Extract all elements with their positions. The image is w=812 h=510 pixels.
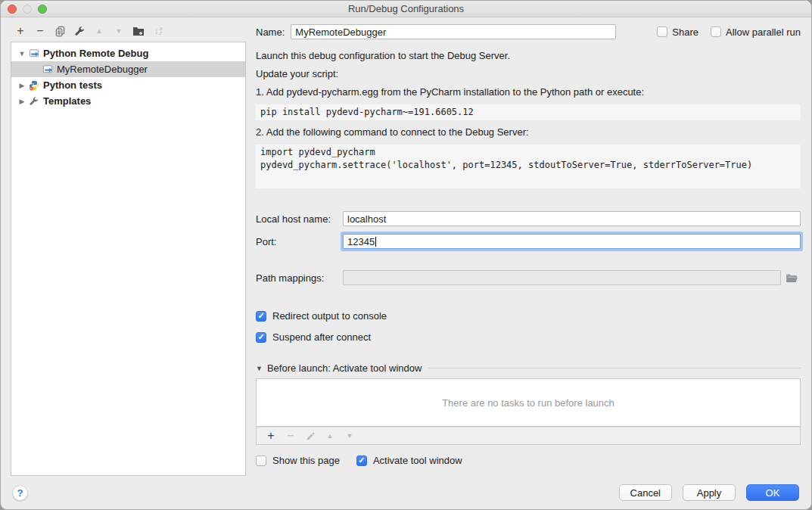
- path-mappings-row: Path mappings:: [256, 270, 801, 285]
- port-label: Port:: [256, 236, 343, 247]
- close-window-button[interactable]: [8, 5, 17, 14]
- tree-item-label: MyRemoteDebugger: [57, 64, 148, 75]
- python-tests-icon: [28, 79, 40, 91]
- suspend-after-connect-row[interactable]: ✓ Suspend after connect: [256, 331, 801, 343]
- dialog-buttons: Cancel Apply OK: [619, 484, 799, 501]
- name-row: Name: ✓ Share ✓ Allow parallel run: [256, 23, 801, 40]
- instructions: Launch this debug configuration to start…: [256, 50, 801, 188]
- add-task-button[interactable]: +: [261, 428, 281, 443]
- suspend-after-connect-label: Suspend after connect: [272, 331, 371, 343]
- port-value: 12345: [347, 236, 375, 247]
- configuration-editor: Name: ✓ Share ✓ Allow parallel run Lau: [256, 23, 801, 466]
- page-options-row: ✓ Show this page ✓ Activate tool window: [256, 455, 801, 466]
- apply-button[interactable]: Apply: [683, 484, 736, 501]
- name-label: Name:: [256, 26, 285, 38]
- code-line: pydevd_pycharm.settrace('localhost', por…: [260, 159, 796, 172]
- check-icon: ✓: [358, 456, 365, 465]
- new-folder-icon[interactable]: [129, 23, 148, 39]
- configurations-toolbar: + − ▲ ▼ ↓ az: [11, 22, 168, 40]
- share-checkbox-group[interactable]: ✓ Share: [657, 26, 698, 38]
- instruction-step-2: 2. Add the following command to connect …: [256, 126, 801, 138]
- expand-triangle-icon[interactable]: ▼: [256, 365, 263, 372]
- add-configuration-button[interactable]: +: [11, 23, 30, 39]
- show-this-page-checkbox[interactable]: ✓: [256, 456, 266, 466]
- redirect-output-label: Redirect output to console: [272, 310, 387, 322]
- sort-configurations-icon: ↓ az: [148, 23, 168, 39]
- allow-parallel-run-checkbox[interactable]: ✓: [711, 26, 721, 37]
- path-mappings-label: Path mappings:: [256, 272, 343, 284]
- divider: [428, 368, 801, 369]
- ok-button[interactable]: OK: [746, 484, 799, 501]
- instruction-line: Launch this debug configuration to start…: [256, 50, 801, 62]
- text-caret: [375, 237, 376, 247]
- before-launch-toolbar: + − ▲ ▼: [256, 427, 801, 445]
- window-title: Run/Debug Configurations: [348, 3, 464, 14]
- move-down-button: ▼: [109, 23, 129, 39]
- redirect-output-row[interactable]: ✓ Redirect output to console: [256, 310, 801, 322]
- suspend-after-connect-checkbox[interactable]: ✓: [256, 332, 266, 343]
- window-controls: [8, 5, 47, 14]
- wrench-icon: [28, 95, 40, 107]
- check-icon: ✓: [257, 333, 264, 341]
- edit-templates-wrench-icon[interactable]: [70, 23, 89, 39]
- tree-item-label: Python Remote Debug: [43, 48, 148, 59]
- remove-configuration-button[interactable]: −: [30, 23, 50, 39]
- allow-parallel-run-checkbox-group[interactable]: ✓ Allow parallel run: [711, 26, 801, 38]
- remote-debug-icon: [28, 48, 40, 59]
- before-launch-section: ▼ Before launch: Activate tool window Th…: [256, 362, 801, 466]
- help-button[interactable]: ?: [12, 485, 28, 501]
- run-debug-configurations-dialog: Run/Debug Configurations + − ▲ ▼: [0, 0, 812, 510]
- local-host-input[interactable]: [343, 211, 801, 226]
- tree-item-label: Python tests: [43, 79, 102, 91]
- remote-debug-icon: [42, 64, 54, 75]
- share-checkbox[interactable]: ✓: [657, 26, 667, 37]
- expand-triangle-icon[interactable]: ▼: [16, 50, 28, 58]
- configurations-tree: ▼ Python Remote Debug MyRemoteDebugger: [11, 42, 246, 476]
- before-launch-title: Before launch: Activate tool window: [267, 362, 422, 374]
- code-line: import pydevd_pycharm: [260, 146, 796, 159]
- remove-task-button: −: [281, 428, 300, 443]
- minimize-window-button: [23, 5, 32, 14]
- cancel-button[interactable]: Cancel: [619, 484, 672, 501]
- before-launch-header[interactable]: ▼ Before launch: Activate tool window: [256, 362, 801, 374]
- tree-item-label: Templates: [43, 95, 91, 107]
- move-up-button: ▲: [89, 23, 109, 39]
- zoom-window-button[interactable]: [38, 5, 47, 14]
- edit-task-pencil-icon: [300, 428, 320, 443]
- port-row: Port: 12345: [256, 234, 801, 249]
- tree-item-myremotedebugger[interactable]: MyRemoteDebugger: [11, 61, 245, 77]
- before-launch-task-list[interactable]: There are no tasks to run before launch: [256, 378, 801, 427]
- path-mappings-input[interactable]: [343, 270, 781, 285]
- share-label: Share: [672, 26, 698, 38]
- move-task-up-button: ▲: [320, 428, 340, 443]
- allow-parallel-run-label: Allow parallel run: [726, 26, 801, 38]
- settrace-code: import pydevd_pycharm pydevd_pycharm.set…: [256, 145, 801, 188]
- move-task-down-button: ▼: [340, 428, 359, 443]
- collapse-triangle-icon[interactable]: ▶: [16, 82, 28, 89]
- collapse-triangle-icon[interactable]: ▶: [16, 98, 28, 105]
- name-input[interactable]: [291, 24, 616, 39]
- check-icon: ✓: [257, 312, 264, 320]
- tree-item-templates[interactable]: ▶ Templates: [11, 93, 245, 109]
- instruction-step-1: 1. Add pydevd-pycharm.egg from the PyCha…: [256, 86, 801, 98]
- pip-install-code: pip install pydevd-pycharm~=191.6605.12: [256, 104, 801, 120]
- activate-tool-window-checkbox[interactable]: ✓: [356, 456, 367, 466]
- copy-configuration-icon[interactable]: [50, 23, 70, 39]
- local-host-label: Local host name:: [256, 213, 343, 225]
- title-bar: Run/Debug Configurations: [1, 1, 811, 17]
- redirect-output-checkbox[interactable]: ✓: [256, 311, 266, 322]
- connection-fields: Local host name: Port: 12345 Path mappin…: [256, 211, 801, 285]
- activate-tool-window-label: Activate tool window: [373, 455, 462, 466]
- option-checkboxes: ✓ Redirect output to console ✓ Suspend a…: [256, 310, 801, 343]
- browse-folder-icon[interactable]: [782, 271, 801, 285]
- instruction-line: Update your script:: [256, 68, 801, 80]
- empty-tasks-text: There are no tasks to run before launch: [442, 397, 614, 409]
- show-this-page-label: Show this page: [272, 455, 340, 466]
- tree-item-python-remote-debug[interactable]: ▼ Python Remote Debug: [11, 45, 245, 61]
- local-host-row: Local host name:: [256, 211, 801, 226]
- tree-item-python-tests[interactable]: ▶ Python tests: [11, 77, 245, 93]
- port-input[interactable]: 12345: [343, 234, 801, 249]
